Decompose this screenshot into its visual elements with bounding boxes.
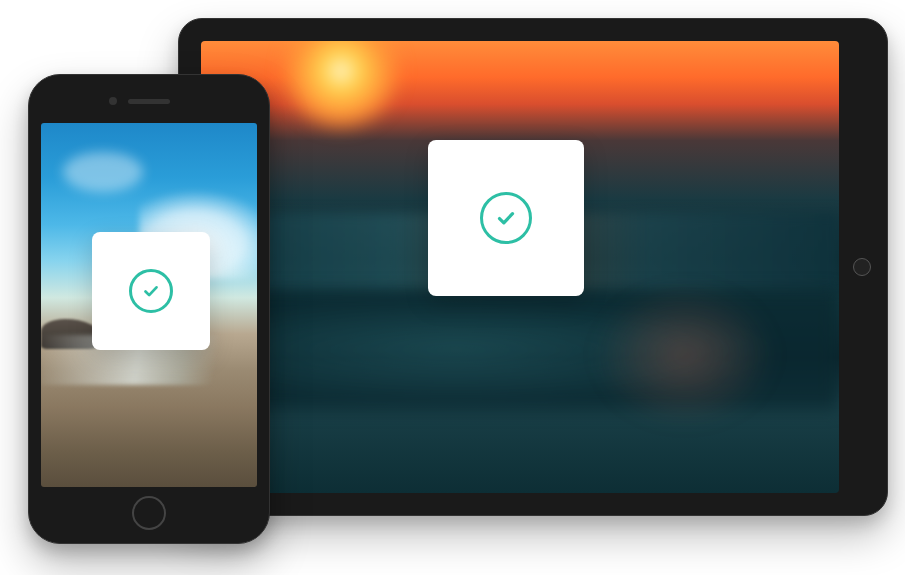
tablet-wallpaper-highlight bbox=[595, 285, 775, 425]
tablet-wallpaper-sun bbox=[281, 41, 401, 131]
checkmark-circle-icon bbox=[480, 192, 532, 244]
phone-camera bbox=[109, 97, 117, 105]
phone-success-card bbox=[92, 232, 210, 350]
phone-wallpaper-cloud bbox=[63, 152, 143, 192]
phone-speaker bbox=[128, 99, 170, 104]
checkmark-circle-icon bbox=[129, 269, 173, 313]
phone-home-button[interactable] bbox=[132, 496, 166, 530]
tablet-home-button[interactable] bbox=[853, 258, 871, 276]
tablet-success-card bbox=[428, 140, 584, 296]
